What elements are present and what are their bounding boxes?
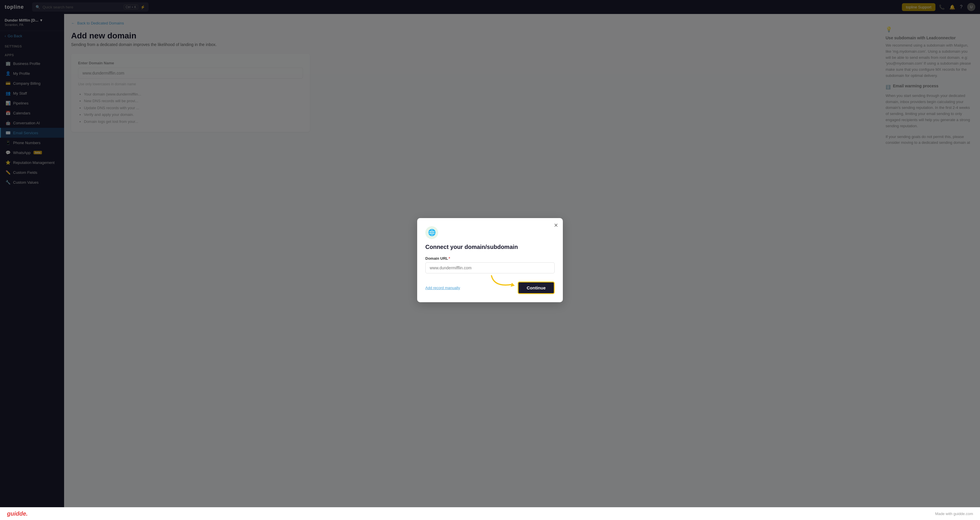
add-record-manually-button[interactable]: Add record manually — [425, 285, 460, 290]
globe-icon: 🌐 — [425, 226, 438, 239]
guidde-footer: guidde. Made with guidde.com — [0, 507, 980, 520]
modal-title: Connect your domain/subdomain — [425, 244, 555, 250]
modal-footer: Add record manually Continue — [425, 282, 555, 294]
guidde-made-with: Made with guidde.com — [935, 512, 973, 516]
continue-button[interactable]: Continue — [518, 282, 555, 294]
modal-close-button[interactable]: ✕ — [554, 222, 558, 228]
domain-url-label: Domain URL* — [425, 256, 555, 261]
connect-domain-modal: ✕ 🌐 Connect your domain/subdomain Domain… — [417, 218, 563, 302]
domain-url-input[interactable] — [425, 262, 555, 273]
guidde-logo: guidde. — [7, 510, 28, 517]
arrow-annotation — [486, 273, 520, 290]
svg-marker-0 — [511, 283, 515, 287]
modal-overlay: ✕ 🌐 Connect your domain/subdomain Domain… — [0, 0, 980, 520]
